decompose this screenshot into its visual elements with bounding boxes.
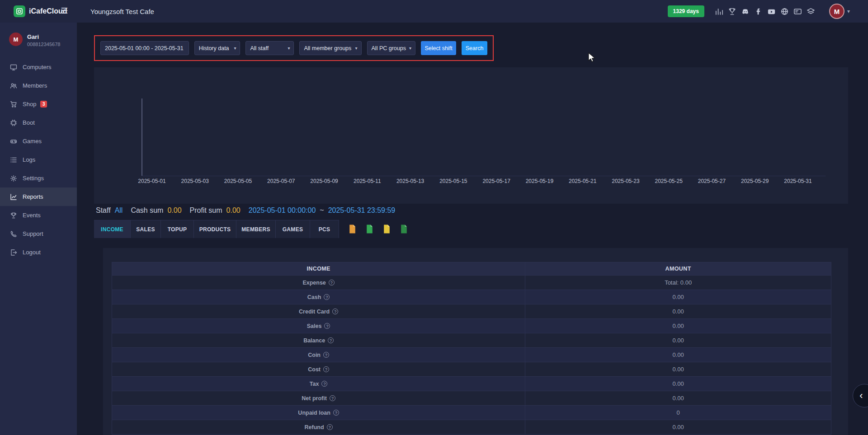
x-axis-label: 2025-05-17 — [478, 178, 514, 185]
trophy-icon[interactable] — [728, 7, 737, 16]
table-row: Cost 0.00 — [112, 362, 831, 377]
layers-icon[interactable] — [807, 7, 816, 16]
x-axis-label: 2025-05-09 — [306, 178, 342, 185]
user-avatar[interactable]: M — [829, 4, 844, 19]
stats-icon[interactable] — [715, 7, 724, 16]
help-icon[interactable] — [333, 410, 339, 416]
sidebar-item-games[interactable]: Games — [0, 132, 77, 150]
staff-value: All staff — [250, 45, 269, 51]
export-file-green-icon[interactable] — [365, 224, 374, 234]
chart-x-axis — [142, 176, 826, 176]
export-file-orange-icon[interactable] — [348, 224, 357, 234]
x-axis-label: 2025-05-25 — [651, 178, 687, 185]
top-bar: iCafeCloud ☰ Youngzsoft Test Cafe 1329 d… — [0, 0, 868, 23]
select-shift-button[interactable]: Select shift — [421, 41, 456, 55]
help-icon[interactable] — [328, 337, 334, 343]
sidebar-item-label: Logs — [23, 156, 35, 163]
license-days-badge[interactable]: 1329 days — [668, 5, 704, 17]
chip-icon — [10, 119, 17, 126]
row-label: Sales — [307, 323, 322, 329]
tab-topup[interactable]: TOPUP — [161, 220, 194, 238]
sidebar-item-settings[interactable]: Settings — [0, 169, 77, 187]
youtube-icon[interactable] — [767, 7, 776, 16]
row-label: Tax — [310, 381, 319, 387]
sidebar-item-reports[interactable]: Reports — [0, 187, 77, 206]
discord-icon[interactable] — [741, 7, 750, 16]
help-icon[interactable] — [330, 395, 335, 401]
period-start: 2025-05-01 00:00:00 — [249, 206, 316, 215]
sidebar-user-block: M Gari 008812345678 — [0, 23, 77, 58]
gamepad-icon — [10, 138, 17, 145]
sidebar-item-logs[interactable]: Logs — [0, 150, 77, 169]
license-icon[interactable] — [793, 7, 802, 16]
table-row: Net profit 0.00 — [112, 391, 831, 406]
users-icon — [10, 82, 17, 89]
help-icon[interactable] — [323, 352, 329, 358]
report-tabs: INCOME SALES TOPUP PRODUCTS MEMBERS GAME… — [94, 220, 339, 238]
sidebar-item-label: Boot — [23, 119, 35, 126]
search-button[interactable]: Search — [462, 41, 487, 55]
tab-products[interactable]: PRODUCTS — [194, 220, 236, 238]
row-amount: 0.00 — [525, 304, 831, 318]
filter-bar: History data ▾ All staff ▾ All member gr… — [94, 35, 494, 61]
table-row: Unpaid loan 0 — [112, 406, 831, 420]
chevron-down-icon: ▾ — [355, 46, 358, 51]
page-title: Youngzsoft Test Cafe — [90, 8, 154, 15]
date-range-input[interactable] — [100, 41, 189, 55]
help-icon[interactable] — [324, 323, 330, 329]
sidebar-item-events[interactable]: Events — [0, 206, 77, 225]
table-row: Tax 0.00 — [112, 377, 831, 391]
period-end: 2025-05-31 23:59:59 — [328, 206, 396, 215]
sidebar-item-members[interactable]: Members — [0, 76, 77, 95]
header-icon-strip — [715, 7, 816, 16]
x-axis-label: 2025-05-29 — [737, 178, 773, 185]
staff-select[interactable]: All staff ▾ — [245, 41, 294, 55]
menu-icon[interactable]: ☰ — [61, 6, 68, 16]
sidebar-item-shop[interactable]: Shop 3 — [0, 95, 77, 113]
sidebar-item-logout[interactable]: Logout — [0, 243, 77, 262]
sidebar-item-label: Games — [23, 138, 42, 145]
sidebar-item-label: Logout — [23, 249, 41, 256]
row-label: Refund — [305, 424, 324, 430]
tab-income[interactable]: INCOME — [94, 220, 131, 238]
row-amount: 0.00 — [525, 391, 831, 405]
staff-label: Staff — [96, 206, 111, 215]
sidebar-item-boot[interactable]: Boot — [0, 113, 77, 132]
help-icon[interactable] — [323, 366, 329, 372]
tab-games[interactable]: GAMES — [276, 220, 310, 238]
table-row: Balance 0.00 — [112, 333, 831, 348]
row-label: Expense — [302, 280, 326, 286]
facebook-icon[interactable] — [754, 7, 763, 16]
export-file-yellow-icon[interactable] — [382, 224, 392, 234]
data-type-select[interactable]: History data ▾ — [194, 41, 241, 55]
tab-members[interactable]: MEMBERS — [236, 220, 276, 238]
gear-icon — [10, 175, 17, 182]
row-amount: Total: 0.00 — [525, 276, 831, 290]
sidebar-item-support[interactable]: Support — [0, 225, 77, 243]
list-icon — [10, 156, 17, 164]
row-amount: 0.00 — [525, 290, 831, 304]
export-file-dark-green-icon[interactable] — [399, 224, 409, 234]
x-axis-label: 2025-05-21 — [565, 178, 601, 185]
help-icon[interactable] — [327, 424, 333, 430]
table-header: INCOME AMOUNT — [112, 262, 831, 276]
chevron-down-icon[interactable]: ▾ — [847, 8, 850, 14]
sidebar-item-computers[interactable]: Computers — [0, 58, 77, 76]
help-icon[interactable] — [324, 294, 330, 300]
income-table: INCOME AMOUNT Expense Total: 0.00 Cash 0… — [112, 262, 831, 435]
sidebar-item-label: Events — [23, 212, 41, 219]
chevron-down-icon: ▾ — [409, 46, 411, 51]
table-row: Expense Total: 0.00 — [112, 276, 831, 290]
tab-sales[interactable]: SALES — [131, 220, 161, 238]
tab-pcs[interactable]: PCS — [310, 220, 339, 238]
row-label: Balance — [303, 337, 325, 344]
help-icon[interactable] — [332, 309, 338, 314]
row-amount: 0.00 — [525, 420, 831, 434]
member-groups-select[interactable]: All member groups ▾ — [299, 41, 361, 55]
user-name: Gari — [27, 33, 39, 40]
help-icon[interactable] — [321, 381, 327, 387]
chart-y-axis — [142, 98, 142, 176]
globe-icon[interactable] — [780, 7, 789, 16]
pc-groups-select[interactable]: All PC groups ▾ — [367, 41, 415, 55]
help-icon[interactable] — [329, 280, 335, 285]
